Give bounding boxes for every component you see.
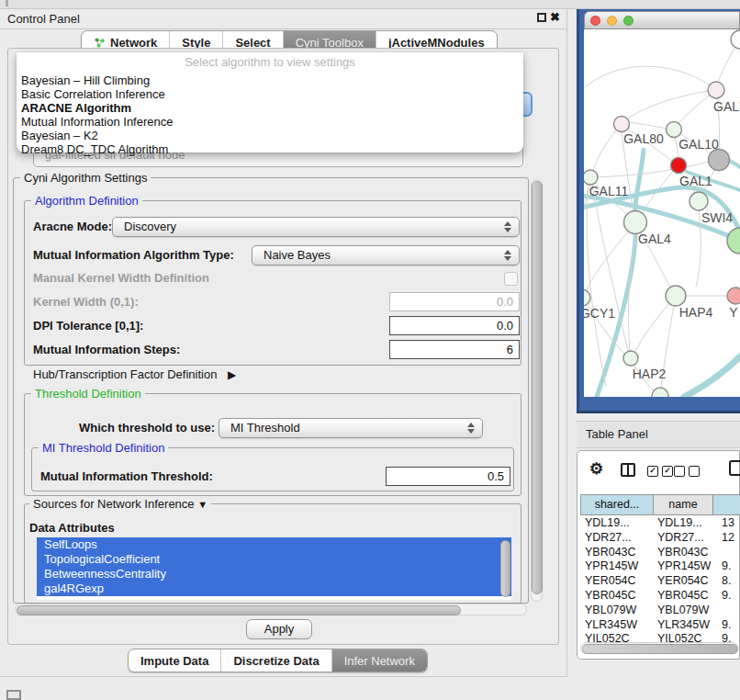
aracne-mode-combo[interactable]: Discovery (112, 217, 520, 237)
mi-threshold-field[interactable]: 0.5 (386, 467, 510, 486)
algorithm-dropdown: Select algorithm to view settings Bayesi… (17, 52, 523, 152)
attributes-scrollbar-thumb[interactable] (500, 540, 510, 597)
column-header-col2[interactable] (713, 494, 740, 515)
network-node[interactable] (690, 192, 708, 210)
table-cell: YBR043C (657, 546, 709, 560)
table-cell: YDR27... (585, 531, 632, 546)
hide-columns-icon[interactable] (674, 466, 700, 477)
network-node[interactable] (731, 30, 740, 49)
stepper-icon (504, 220, 512, 233)
table-cell: YPR145W (585, 559, 638, 574)
settings-hscrollbar-thumb[interactable] (17, 605, 461, 615)
window-minimize-button[interactable] (607, 16, 617, 26)
attribute-item[interactable]: gal4RGexp (37, 581, 511, 596)
network-node[interactable] (614, 117, 630, 132)
cyni-settings-title: Cyni Algorithm Settings (20, 171, 151, 185)
top-strip (0, 0, 740, 9)
mi-algorithm-combo[interactable]: Naive Bayes (252, 245, 520, 265)
panel-bottom-border (0, 676, 567, 677)
aracne-mode-label: Aracne Mode: (33, 219, 112, 235)
network-edge (585, 66, 710, 87)
panel-right-border (566, 8, 567, 677)
table-row[interactable]: YBR045CYBR045C9. (578, 589, 740, 604)
mi-steps-field[interactable]: 6 (389, 340, 520, 359)
network-edge (593, 130, 617, 171)
attribute-item[interactable]: SelfLoops (37, 537, 511, 552)
window-close-button[interactable] (590, 16, 600, 26)
manual-kernel-checkbox[interactable] (504, 272, 518, 286)
table-cell: YLR345W (657, 618, 710, 633)
network-edge (730, 161, 740, 167)
node-label: GAL11 (589, 184, 629, 198)
kernel-width-field[interactable]: 0.0 (389, 292, 520, 311)
settings-gear-icon[interactable]: ⚙ (589, 459, 603, 479)
table-row[interactable]: YDL19...YDL19...13 (578, 516, 740, 531)
manual-kernel-label: Manual Kernel Width Definition (33, 270, 209, 287)
table-cell: 12 (722, 531, 734, 546)
mini-panel-grip[interactable] (6, 690, 21, 700)
network-node[interactable] (624, 211, 647, 234)
table-row[interactable]: YLR345WYLR345W9. (578, 618, 740, 633)
close-icon[interactable]: ✖ (550, 10, 560, 24)
algorithm-item[interactable]: Bayesian – Hill Climbing (17, 73, 523, 87)
algorithm-item[interactable]: Bayesian – K2 (17, 129, 523, 142)
network-edge (592, 185, 628, 351)
table-cell: 9. (722, 559, 731, 574)
apply-button[interactable]: Apply (246, 619, 312, 639)
network-node[interactable] (584, 289, 590, 306)
table-row[interactable]: YPR145WYPR145W9. (578, 559, 740, 574)
new-table-icon[interactable] (729, 460, 740, 476)
network-window-titlebar[interactable] (584, 11, 740, 29)
table-cell: YBL079W (585, 604, 636, 618)
show-columns-icon[interactable]: ✓ ✓ (647, 466, 673, 477)
network-node[interactable] (671, 158, 687, 174)
network-edge (598, 169, 673, 177)
algorithm-item[interactable]: ARACNE Algorithm (17, 101, 523, 115)
network-node[interactable] (652, 388, 668, 397)
panel-grip[interactable] (6, 0, 8, 6)
table-hscrollbar-thumb[interactable] (582, 644, 738, 654)
which-threshold-combo[interactable]: MI Threshold (219, 418, 483, 438)
network-node[interactable] (584, 170, 598, 185)
network-node[interactable] (623, 351, 638, 366)
network-node[interactable] (708, 82, 724, 98)
table-row[interactable]: YER054CYER054C8. (578, 574, 740, 589)
columns-icon[interactable] (621, 463, 635, 477)
algorithm-item[interactable]: Basic Correlation Inference (17, 87, 523, 101)
column-header-name[interactable]: name (654, 494, 713, 515)
network-node[interactable] (666, 286, 686, 306)
table-cell: YDL19... (585, 516, 630, 531)
which-threshold-label: Which threshold to use: (79, 420, 215, 436)
table-cell: YER054C (585, 574, 636, 589)
dpi-tolerance-field[interactable]: 0.0 (389, 316, 520, 335)
column-header-shared-[interactable]: shared... (580, 494, 654, 515)
table-row[interactable]: YDR27...YDR27...12 (578, 531, 740, 546)
sources-title-toggle[interactable]: Sources for Network Inference ▼ (29, 497, 211, 511)
tab-impute-data[interactable]: Impute Data (129, 649, 220, 672)
expand-right-icon: ▶ (228, 368, 236, 381)
table-cell: YLR345W (585, 618, 637, 633)
attribute-item[interactable]: TopologicalCoefficient (37, 552, 511, 567)
network-node[interactable] (727, 228, 740, 254)
network-canvas[interactable]: GAL7GAL80GAL10GAL1GAL11SWI4GAL4GCY1HAP4Y… (584, 29, 740, 397)
network-node[interactable] (727, 288, 740, 304)
window-zoom-button[interactable] (623, 16, 633, 26)
network-edge (686, 162, 709, 167)
float-icon[interactable] (537, 13, 546, 22)
tab-infer-network[interactable]: Infer Network (331, 649, 427, 672)
table-row[interactable]: YBL079WYBL079W (578, 604, 740, 618)
network-node[interactable] (667, 122, 682, 138)
tab-discretize-data[interactable]: Discretize Data (220, 649, 331, 672)
node-label: GAL7 (713, 99, 740, 114)
data-attributes-label: Data Attributes (29, 520, 115, 536)
attribute-item[interactable]: BetweennessCentrality (37, 567, 511, 581)
table-cell: 9. (722, 589, 731, 604)
algorithm-item[interactable]: Mutual Information Inference (17, 115, 523, 129)
network-node[interactable] (709, 150, 730, 171)
node-label: GAL80 (623, 131, 664, 146)
network-edge (684, 356, 740, 397)
algorithm-item[interactable]: Dream8 DC_TDC Algorithm (17, 142, 523, 156)
settings-vscrollbar-thumb[interactable] (532, 181, 543, 594)
table-row[interactable]: YBR043CYBR043C (578, 546, 740, 560)
hub-section-toggle[interactable]: Hub/Transcription Factor Definition ▶ (33, 367, 236, 383)
